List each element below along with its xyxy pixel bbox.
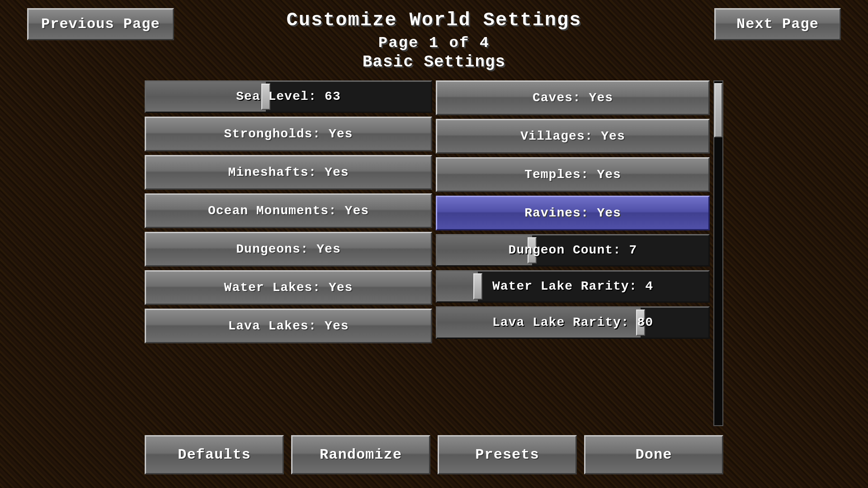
section-text: Basic Settings (0, 53, 868, 71)
header: Previous Page Customize World Settings P… (0, 0, 868, 76)
lava-lakes-button[interactable]: Lava Lakes: Yes (145, 309, 432, 343)
dungeon-count-button[interactable]: Dungeon Count: 7 (436, 234, 710, 267)
villages-button[interactable]: Villages: Yes (436, 119, 710, 154)
done-button[interactable]: Done (584, 435, 723, 474)
water-lake-rarity-label: Water Lake Rarity: 4 (437, 279, 708, 293)
sea-level-button[interactable]: Sea Level: 63 (145, 80, 432, 113)
water-lakes-button[interactable]: Water Lakes: Yes (145, 270, 432, 305)
dungeons-button[interactable]: Dungeons: Yes (145, 232, 432, 267)
sea-level-label: Sea Level: 63 (146, 89, 431, 103)
strongholds-button[interactable]: Strongholds: Yes (145, 117, 432, 151)
prev-page-button[interactable]: Previous Page (27, 8, 174, 40)
lava-lake-rarity-button[interactable]: Lava Lake Rarity: 80 (436, 306, 710, 339)
right-column: Caves: Yes Villages: Yes Temples: Yes Ra… (436, 80, 713, 426)
main-content: Sea Level: 63 Strongholds: Yes Mineshaft… (145, 80, 723, 426)
lava-lake-rarity-label: Lava Lake Rarity: 80 (437, 315, 708, 329)
ravines-button[interactable]: Ravines: Yes (436, 196, 710, 230)
temples-button[interactable]: Temples: Yes (436, 157, 710, 192)
mineshafts-button[interactable]: Mineshafts: Yes (145, 155, 432, 190)
defaults-button[interactable]: Defaults (145, 435, 284, 474)
ocean-monuments-button[interactable]: Ocean Monuments: Yes (145, 193, 432, 228)
dungeon-count-label: Dungeon Count: 7 (437, 243, 708, 257)
bottom-toolbar: Defaults Randomize Presets Done (145, 426, 723, 488)
right-column-wrapper: Caves: Yes Villages: Yes Temples: Yes Ra… (436, 80, 723, 426)
next-page-button[interactable]: Next Page (714, 8, 841, 40)
scrollbar[interactable] (713, 80, 723, 426)
scrollbar-thumb[interactable] (714, 83, 722, 137)
presets-button[interactable]: Presets (438, 435, 577, 474)
caves-button[interactable]: Caves: Yes (436, 80, 710, 115)
water-lake-rarity-button[interactable]: Water Lake Rarity: 4 (436, 270, 710, 303)
randomize-button[interactable]: Randomize (291, 435, 430, 474)
left-column: Sea Level: 63 Strongholds: Yes Mineshaft… (145, 80, 436, 426)
